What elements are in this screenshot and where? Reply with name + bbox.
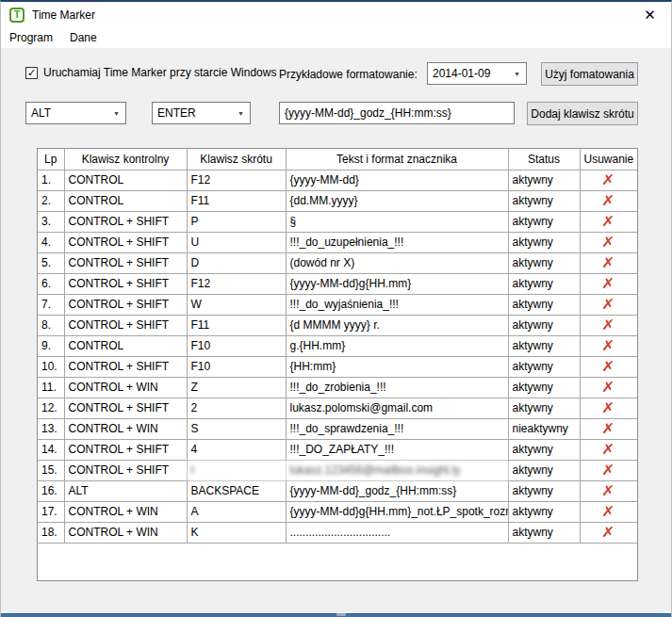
delete-x-icon[interactable]: ✗ (602, 400, 615, 414)
delete-x-icon[interactable]: ✗ (602, 463, 615, 477)
cell-control-key: CONTROL + SHIFT (64, 211, 187, 232)
settings-row: ✓ Uruchamiaj Time Marker przy starcie Wi… (1, 60, 671, 87)
cell-lp: 10. (38, 356, 64, 377)
delete-x-icon[interactable]: ✗ (602, 504, 615, 518)
cell-marker-text: {yyyy-MM-dd}_godz_{HH:mm:ss} (286, 480, 508, 501)
cell-lp: 1. (38, 170, 64, 190)
cell-status: aktywny (508, 315, 580, 335)
cell-status: aktywny (508, 273, 580, 294)
cell-marker-text: !!!_do_uzupełnienia_!!! (286, 232, 508, 252)
cell-delete: ✗ (580, 232, 637, 252)
delete-x-icon[interactable]: ✗ (602, 255, 615, 269)
cell-marker-text: lukasz.polomski@gmail.com (286, 398, 508, 418)
autostart-label: Uruchamiaj Time Marker przy starcie Wind… (43, 66, 276, 79)
autostart-checkbox-group[interactable]: ✓ Uruchamiaj Time Marker przy starcie Wi… (25, 66, 276, 79)
shortcut-key-combobox[interactable]: ENTER ▼ (152, 102, 251, 124)
chevron-down-icon[interactable]: ▼ (508, 64, 525, 83)
delete-x-icon[interactable]: ✗ (602, 338, 615, 352)
control-key-value: ALT (31, 106, 51, 120)
cell-status: aktywny (508, 460, 580, 480)
cell-shortcut-key: F11 (187, 315, 286, 335)
cell-control-key: ALT (64, 480, 187, 501)
cell-shortcut-key: F12 (187, 170, 286, 190)
delete-x-icon[interactable]: ✗ (602, 380, 615, 394)
cell-status: aktywny (508, 232, 580, 252)
table-row[interactable]: 13.CONTROL + WINS!!!_do_sprawdzenia_!!!n… (38, 418, 637, 439)
cell-control-key: CONTROL + SHIFT (64, 460, 187, 480)
cell-marker-text: § (286, 211, 508, 232)
menu-dane[interactable]: Dane (61, 27, 106, 48)
add-shortcut-button[interactable]: Dodaj klawisz skrótu (527, 102, 638, 125)
table-row[interactable]: 8.CONTROL + SHIFTF11{d MMMM yyyy} r.akty… (38, 315, 637, 335)
delete-x-icon[interactable]: ✗ (602, 442, 615, 456)
cell-marker-text: ................................ (286, 522, 508, 543)
delete-x-icon[interactable]: ✗ (602, 276, 615, 290)
cell-status: aktywny (508, 252, 580, 273)
cell-shortcut-key: P (187, 211, 286, 232)
table-row[interactable]: 1.CONTROLF12{yyyy-MM-dd}aktywny✗ (38, 170, 637, 190)
delete-x-icon[interactable]: ✗ (602, 214, 615, 228)
cell-control-key: CONTROL + SHIFT (64, 273, 187, 294)
cell-control-key: CONTROL (64, 335, 187, 356)
chevron-down-icon[interactable]: ▼ (107, 104, 124, 122)
cell-lp: 3. (38, 211, 64, 232)
cell-lp: 5. (38, 252, 64, 273)
menu-program[interactable]: Program (1, 27, 61, 48)
use-format-button[interactable]: Użyj fomatowania (541, 62, 638, 86)
table-row[interactable]: 5.CONTROL + SHIFTD(dowód nr X)aktywny✗ (38, 252, 637, 273)
table-row[interactable]: 10.CONTROL + SHIFTF10{HH:mm}aktywny✗ (38, 356, 637, 377)
cell-status: aktywny (508, 522, 580, 543)
cell-delete: ✗ (580, 377, 637, 398)
delete-x-icon[interactable]: ✗ (602, 193, 615, 207)
cell-shortcut-key: F10 (187, 356, 286, 377)
cell-lp: 4. (38, 232, 64, 252)
cell-lp: 12. (38, 398, 64, 418)
table-row[interactable]: 12.CONTROL + SHIFT2lukasz.polomski@gmail… (38, 398, 637, 418)
marker-format-input[interactable] (279, 102, 515, 124)
cell-shortcut-key: U (187, 232, 286, 252)
cell-shortcut-key: F12 (187, 273, 286, 294)
delete-x-icon[interactable]: ✗ (602, 172, 615, 187)
table-row[interactable]: 9.CONTROLF10g.{HH.mm}aktywny✗ (38, 335, 637, 356)
control-key-combobox[interactable]: ALT ▼ (25, 102, 126, 124)
delete-x-icon[interactable]: ✗ (602, 235, 615, 249)
cell-control-key: CONTROL + SHIFT (64, 252, 187, 273)
delete-x-icon[interactable]: ✗ (602, 483, 615, 497)
cell-status: aktywny (508, 211, 580, 232)
chevron-down-icon[interactable]: ▼ (232, 104, 249, 122)
table-row[interactable]: 18.CONTROL + WINK.......................… (38, 522, 637, 543)
table-row[interactable]: 16.ALTBACKSPACE{yyyy-MM-dd}_godz_{HH:mm:… (38, 480, 637, 501)
header-control-key: Klawisz kontrolny (64, 149, 187, 170)
delete-x-icon[interactable]: ✗ (602, 317, 615, 332)
cell-shortcut-key: F11 (187, 190, 286, 211)
cell-lp: 6. (38, 273, 64, 294)
table-row[interactable]: 3.CONTROL + SHIFTP§aktywny✗ (38, 211, 637, 232)
table-row[interactable]: 6.CONTROL + SHIFTF12{yyyy-MM-dd}g{HH.mm}… (38, 273, 637, 294)
cell-delete: ✗ (580, 439, 637, 460)
delete-x-icon[interactable]: ✗ (602, 525, 615, 539)
resize-grip[interactable] (336, 613, 346, 616)
close-icon[interactable]: ✕ (629, 2, 671, 27)
cell-control-key: CONTROL + SHIFT (64, 294, 187, 315)
cell-shortcut-key: I (187, 460, 286, 480)
table-row[interactable]: 11.CONTROL + WINZ!!!_do_zrobienia_!!!akt… (38, 377, 637, 398)
format-example-combobox[interactable]: 2014-01-09 ▼ (427, 62, 527, 85)
cell-control-key: CONTROL + SHIFT (64, 439, 187, 460)
table-row[interactable]: 17.CONTROL + WINA{yyyy-MM-dd}g{HH.mm}_no… (38, 501, 637, 522)
table-row[interactable]: 4.CONTROL + SHIFTU!!!_do_uzupełnienia_!!… (38, 232, 637, 252)
cell-control-key: CONTROL (64, 190, 187, 211)
delete-x-icon[interactable]: ✗ (602, 359, 615, 373)
table-row[interactable]: 7.CONTROL + SHIFTW!!!_do_wyjaśnienia_!!!… (38, 294, 637, 315)
cell-control-key: CONTROL + SHIFT (64, 315, 187, 335)
table-row[interactable]: 2.CONTROLF11{dd.MM.yyyy}aktywny✗ (38, 190, 637, 211)
table-row[interactable]: 15.CONTROL + SHIFTIlukasz.123456@mailbox… (38, 460, 637, 480)
delete-x-icon[interactable]: ✗ (602, 297, 615, 311)
cell-delete: ✗ (580, 170, 637, 190)
autostart-checkbox[interactable]: ✓ (25, 67, 38, 79)
header-marker-text: Tekst i format znacznika (286, 149, 508, 170)
cell-control-key: CONTROL + WIN (64, 522, 187, 543)
cell-status: nieaktywny (508, 418, 580, 439)
table-row[interactable]: 14.CONTROL + SHIFT4!!!_DO_ZAPŁATY_!!!akt… (38, 439, 637, 460)
cell-delete: ✗ (580, 418, 637, 439)
delete-x-icon[interactable]: ✗ (602, 421, 615, 435)
